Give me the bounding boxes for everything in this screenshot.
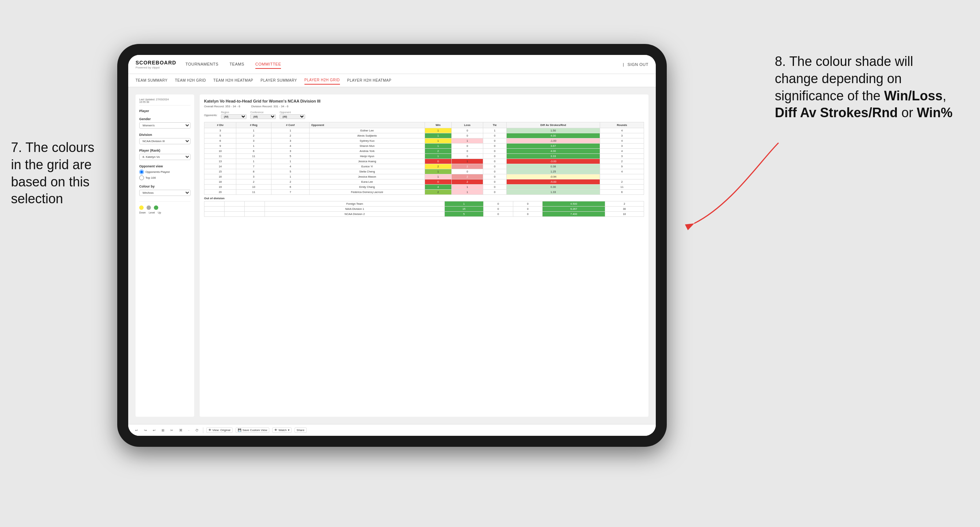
cell-div — [204, 202, 224, 206]
cell-opponent: Emily Chang — [310, 184, 425, 190]
cell-reg: 10 — [236, 184, 271, 190]
sign-out-link[interactable]: Sign out — [628, 60, 648, 68]
colour-legend: Down Level Up — [139, 202, 191, 214]
table-row: 16 3 1 Jessica Mason 1 2 0 -0.94 — [204, 174, 644, 179]
cell-diff: -0.94 — [506, 174, 600, 179]
table-row: 20 11 7 Federica Domecq Lacroze 2 1 0 1.… — [204, 190, 644, 195]
col-opponent: Opponent — [310, 122, 425, 128]
legend-dot-up — [154, 205, 158, 210]
radio-top100[interactable]: Top 100 — [139, 175, 191, 180]
cell-opponent: Andrea York — [310, 149, 425, 154]
cell-tie: 0 — [513, 202, 542, 206]
cell-rounds: 2 — [605, 202, 644, 206]
cell-rounds: 2 — [600, 179, 644, 184]
cell-loss: 0 — [452, 169, 483, 174]
opponent-view-section: Opponent view Opponents Played Top 100 — [139, 164, 191, 180]
cell-reg — [224, 206, 245, 212]
grid-title: Katelyn Vo Head-to-Head Grid for Women's… — [204, 99, 644, 103]
cell-div: 20 — [204, 190, 236, 195]
toolbar-grid[interactable]: ⊞ — [160, 428, 166, 433]
subnav-team-summary[interactable]: TEAM SUMMARY — [135, 76, 168, 84]
toolbar-cmd[interactable]: ⌘ — [178, 428, 184, 433]
cell-tie: 0 — [483, 169, 506, 174]
player-label: Player — [139, 109, 191, 113]
annotation-left: 7. The colours in the grid are based on … — [11, 139, 106, 208]
cell-div: 14 — [204, 164, 236, 169]
col-tie: Tie — [483, 122, 506, 128]
cell-opponent: Jessica Mason — [310, 174, 425, 179]
filter-region-select[interactable]: (All) — [221, 114, 247, 119]
cell-opponent: Sydney Kuo — [310, 138, 425, 144]
toolbar-dot[interactable]: · — [187, 428, 191, 433]
radio-opponents-played[interactable]: Opponents Played — [139, 170, 191, 174]
cell-tie: 0 — [483, 184, 506, 190]
cell-reg — [224, 202, 245, 206]
cell-rounds: 3 — [600, 154, 644, 159]
toolbar-save-custom[interactable]: 💾 Save Custom View — [235, 427, 269, 433]
toolbar-share[interactable]: Share — [294, 427, 307, 433]
subnav-team-h2h-heatmap[interactable]: TEAM H2H HEATMAP — [213, 76, 253, 84]
cell-conf — [245, 202, 265, 206]
col-win: Win — [425, 122, 452, 128]
cell-loss: 0 — [452, 133, 483, 138]
col-conf: # Conf — [271, 122, 310, 128]
toolbar-watch[interactable]: 👁 Watch ▾ — [272, 427, 291, 433]
division-select[interactable]: NCAA Division III — [139, 138, 191, 144]
gender-select[interactable]: Women's — [139, 122, 191, 129]
colour-by-section: Colour by Win/loss — [139, 184, 191, 196]
cell-win: 2 — [425, 190, 452, 195]
cell-reg: 2 — [236, 179, 271, 184]
cell-tie: 0 — [483, 174, 506, 179]
nav-committee[interactable]: COMMITTEE — [255, 60, 282, 69]
nav-bar: SCOREBOARD Powered by clippd TOURNAMENTS… — [128, 55, 656, 74]
cell-opponent: Sharon Mun — [310, 144, 425, 149]
filter-conference-select[interactable]: (All) — [250, 114, 276, 119]
subnav-player-h2h-heatmap[interactable]: PLAYER H2H HEATMAP — [347, 76, 391, 84]
gender-section: Gender Women's — [139, 117, 191, 129]
filter-conference-group: Conference (All) — [250, 111, 276, 119]
cell-reg: 7 — [236, 164, 271, 169]
cell-diff: 3.33 — [506, 154, 600, 159]
cell-reg: 8 — [236, 169, 271, 174]
cell-rounds — [600, 174, 644, 179]
cell-loss: 2 — [452, 174, 483, 179]
cell-div: 15 — [204, 169, 236, 174]
subnav-player-summary[interactable]: PLAYER SUMMARY — [261, 76, 297, 84]
subnav-player-h2h-grid[interactable]: PLAYER H2H GRID — [304, 76, 340, 84]
cell-div: 16 — [204, 174, 236, 179]
nav-tournaments[interactable]: TOURNAMENTS — [185, 60, 218, 69]
subnav-team-h2h-grid[interactable]: TEAM H2H GRID — [175, 76, 206, 84]
colour-by-label: Colour by — [139, 184, 191, 188]
player-rank-select[interactable]: 8. Katelyn Vo — [139, 154, 191, 160]
toolbar-cut[interactable]: ✂ — [169, 428, 175, 433]
cell-label: Foreign Team — [265, 202, 444, 206]
cell-diff: 1.33 — [506, 190, 600, 195]
cell-loss: 0 — [452, 144, 483, 149]
filter-opponent-select[interactable]: (All) — [280, 114, 305, 119]
toolbar-undo2[interactable]: ↩ — [151, 428, 157, 433]
cell-conf: 5 — [271, 154, 310, 159]
opponents-label: Opponents: — [204, 114, 217, 116]
cell-reg: 6 — [236, 149, 271, 154]
nav-teams[interactable]: TEAMS — [229, 60, 244, 69]
col-rounds: Rounds — [600, 122, 644, 128]
toolbar-timer[interactable]: ⏱ — [194, 428, 200, 433]
nav-right: | Sign out — [623, 60, 648, 68]
cell-rounds: 6 — [600, 190, 644, 195]
cell-label: NAIA Division 1 — [265, 206, 444, 212]
out-of-division-table: Foreign Team 1 0 0 4.500 2 NAIA Division… — [204, 201, 644, 217]
toolbar-view-original[interactable]: 👁 View: Original — [206, 427, 232, 433]
toolbar-redo[interactable]: ↪ — [143, 428, 148, 433]
legend-dot-down — [139, 205, 143, 210]
table-row: 5 2 2 Alexis Sudjianto 1 0 0 4.00 3 — [204, 133, 644, 138]
table-row: 11 11 5 Heejo Hyun 1 0 0 3.33 3 — [204, 154, 644, 159]
cell-reg: 1 — [236, 128, 271, 133]
cell-diff: -5.00 — [506, 179, 600, 184]
colour-by-select[interactable]: Win/loss — [139, 190, 191, 196]
cell-tie: 0 — [513, 212, 542, 217]
col-loss: Loss — [452, 122, 483, 128]
col-diff: Diff Av Strokes/Rnd — [506, 122, 600, 128]
cell-div — [204, 212, 224, 217]
toolbar-undo[interactable]: ↩ — [134, 428, 140, 433]
cell-div: 9 — [204, 144, 236, 149]
